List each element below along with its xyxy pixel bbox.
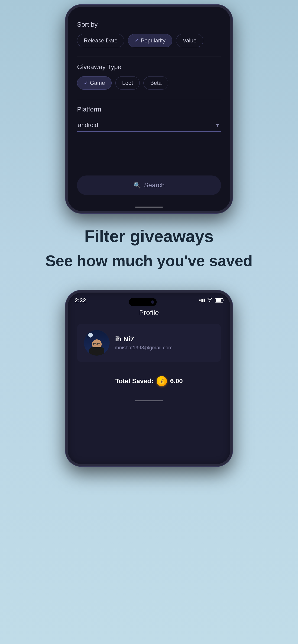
phone-1: Sort by Release Date ✓ Popularity Value <box>63 5 235 213</box>
screen-1: Sort by Release Date ✓ Popularity Value <box>68 7 230 211</box>
type-game-button[interactable]: ✓ Game <box>77 76 112 90</box>
dynamic-island <box>129 298 157 306</box>
search-label: Search <box>144 182 165 189</box>
home-indicator <box>135 206 163 208</box>
profile-card: ih Ni7 ihnishat1998@gmail.com <box>77 324 221 362</box>
screen-2: Profile <box>68 305 230 400</box>
check-icon-game: ✓ <box>84 80 88 86</box>
user-name: ih Ni7 <box>115 335 214 343</box>
status-time: 2:32 <box>75 297 86 304</box>
sort-release-date-button[interactable]: Release Date <box>77 34 124 47</box>
platform-dropdown[interactable]: android ▼ <box>77 119 221 132</box>
signal-icon <box>199 298 205 302</box>
platform-value: android <box>78 122 98 129</box>
giveaway-type-label: Giveaway Type <box>77 63 221 71</box>
type-beta-button[interactable]: Beta <box>143 76 168 90</box>
platform-label: Platform <box>77 106 221 113</box>
sort-popularity-button[interactable]: ✓ Popularity <box>128 34 172 47</box>
giveaway-type-section: Giveaway Type ✓ Game Loot Beta <box>77 63 221 97</box>
battery-icon <box>215 298 223 302</box>
sort-by-section: Sort by Release Date ✓ Popularity Value <box>77 21 221 54</box>
home-indicator-2 <box>135 400 163 401</box>
giveaway-type-buttons: ✓ Game Loot Beta <box>77 76 221 90</box>
phone-shell-2: 2:32 <box>66 290 232 466</box>
coin-icon: 💰 <box>157 376 167 386</box>
phone-shell-1: Sort by Release Date ✓ Popularity Value <box>66 5 232 213</box>
divider-1 <box>77 56 221 57</box>
divider-2 <box>77 99 221 99</box>
promo-section: Filter giveaways See how much you've sav… <box>0 213 298 283</box>
user-email: ihnishat1998@gmail.com <box>115 345 214 351</box>
platform-section: Platform android ▼ <box>77 106 221 132</box>
search-icon: 🔍 <box>133 182 141 189</box>
total-saved-label: Total Saved: <box>115 378 153 385</box>
search-button[interactable]: 🔍 Search <box>77 176 221 195</box>
type-loot-button[interactable]: Loot <box>115 76 140 90</box>
check-icon: ✓ <box>135 38 139 44</box>
status-icons <box>199 298 223 303</box>
user-info: ih Ni7 ihnishat1998@gmail.com <box>115 335 214 351</box>
sort-by-buttons: Release Date ✓ Popularity Value <box>77 34 221 47</box>
total-saved-row: Total Saved: 💰 6.00 <box>77 372 221 391</box>
profile-title: Profile <box>77 309 221 317</box>
status-bar: 2:32 <box>68 292 230 305</box>
sort-by-label: Sort by <box>77 21 221 28</box>
promo-subtitle-saved: See how much you've saved <box>19 252 279 270</box>
avatar <box>84 330 110 356</box>
total-saved-value: 6.00 <box>170 378 183 385</box>
phone-2: 2:32 <box>63 290 235 466</box>
dropdown-arrow-icon: ▼ <box>215 122 220 128</box>
wifi-icon <box>207 298 213 303</box>
sort-value-button[interactable]: Value <box>176 34 203 47</box>
promo-title-filter: Filter giveaways <box>19 227 279 246</box>
